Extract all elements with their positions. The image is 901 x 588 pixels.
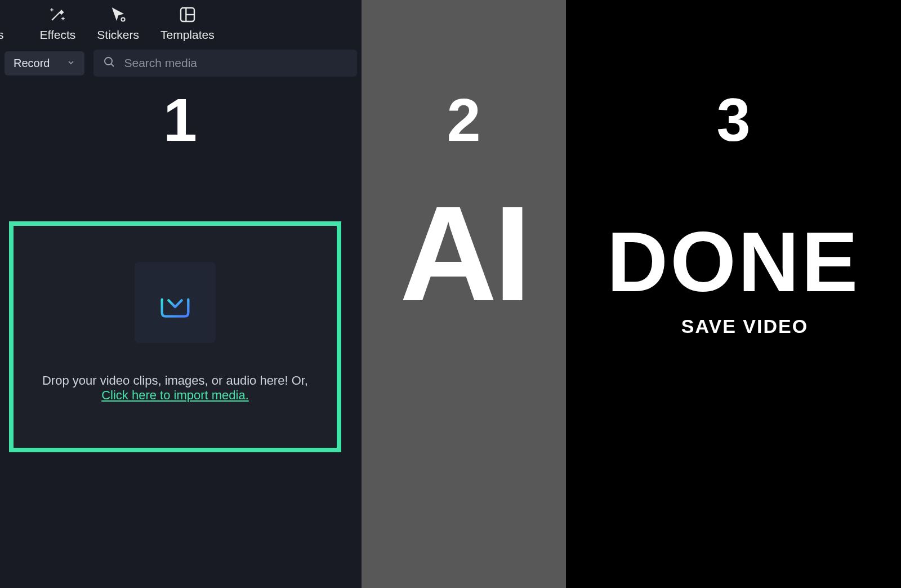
svg-point-0 — [121, 17, 124, 21]
tab-label: Templates — [160, 28, 215, 42]
panel-step-1: s Effects Stickers — [0, 0, 362, 588]
tab-templates[interactable]: Templates — [160, 5, 215, 42]
search-field[interactable] — [93, 50, 357, 77]
search-icon — [102, 55, 116, 71]
step-number-3: 3 — [566, 84, 901, 155]
svg-point-2 — [105, 57, 112, 65]
step-number-2: 2 — [362, 84, 566, 155]
tab-effects[interactable]: Effects — [40, 5, 76, 42]
step-number-1: 1 — [0, 84, 362, 155]
panel-2-headline: AI — [362, 186, 566, 321]
chevron-down-icon — [66, 57, 75, 70]
layout-grid-icon — [177, 5, 198, 25]
dropzone-text: Drop your video clips, images, or audio … — [42, 373, 308, 388]
toolbar-clipped-label: s — [0, 28, 4, 42]
panel-3-subhead: SAVE VIDEO — [566, 315, 901, 337]
wand-sparkles-icon — [47, 5, 68, 25]
import-media-button[interactable] — [135, 262, 216, 343]
media-dropzone[interactable]: Drop your video clips, images, or audio … — [9, 221, 341, 452]
editor-subbar: Record — [0, 50, 362, 77]
panel-step-3: 3 DONE SAVE VIDEO — [566, 0, 901, 588]
tab-label: Effects — [40, 28, 76, 42]
search-input[interactable] — [124, 56, 348, 70]
tab-stickers[interactable]: Stickers — [97, 5, 139, 42]
panel-3-headline: DONE — [566, 220, 901, 304]
cursor-sparkle-icon — [108, 5, 128, 25]
import-media-link[interactable]: Click here to import media. — [101, 388, 249, 403]
editor-toolbar: s Effects Stickers — [0, 0, 362, 50]
tab-label: Stickers — [97, 28, 139, 42]
panel-step-2: 2 AI — [362, 0, 566, 588]
record-dropdown[interactable]: Record — [5, 51, 84, 75]
download-icon — [153, 279, 198, 326]
record-label: Record — [14, 57, 50, 70]
